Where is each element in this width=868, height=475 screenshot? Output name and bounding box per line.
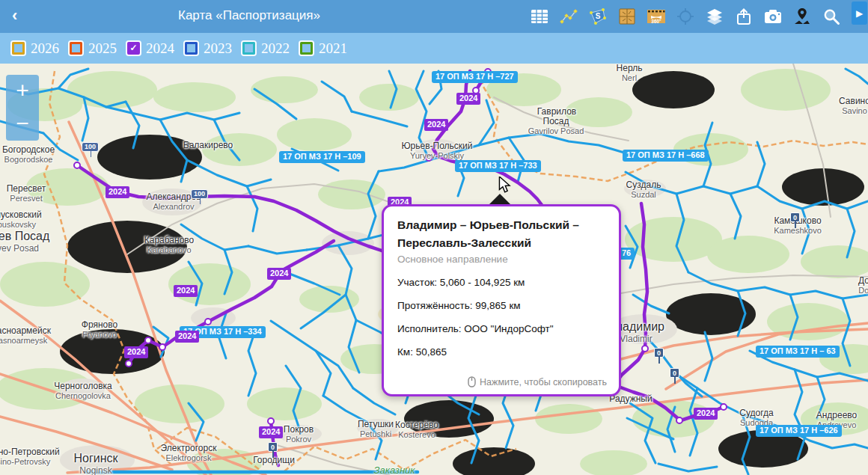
- road-info-popup[interactable]: Владимир – Юрьев-Польский – Переславль-З…: [382, 204, 621, 396]
- zoom-out-button[interactable]: −: [6, 108, 39, 141]
- map-tiles-icon[interactable]: [617, 7, 637, 26]
- layers-icon[interactable]: [705, 7, 724, 26]
- year-label: 2026: [31, 40, 59, 57]
- panorama-360-icon[interactable]: 360°: [647, 7, 666, 26]
- header-toolbar: S 360°: [530, 7, 841, 26]
- popup-copy-hint: Нажмите, чтобы скопировать: [468, 376, 607, 387]
- camera-icon[interactable]: [763, 7, 783, 26]
- popup-row-contractor: Исполнитель: ООО "ИндорСофт": [397, 323, 605, 334]
- map-application-window: 17 ОП МЗ 17 Н –72717 ОП МЗ 17 Н –10917 О…: [0, 0, 868, 475]
- year-filter-2026[interactable]: 2026: [12, 40, 59, 57]
- year-label: 2023: [204, 40, 232, 57]
- panel-toggle-button[interactable]: ▶: [852, 1, 867, 25]
- popup-anchor-arrow: [489, 194, 511, 205]
- svg-text:360°: 360°: [651, 19, 661, 24]
- year-filter-2021[interactable]: 2021: [300, 40, 347, 57]
- checkbox-2021[interactable]: [300, 42, 313, 55]
- year-filter-2025[interactable]: 2025: [70, 40, 117, 57]
- year-filter-2022[interactable]: 2022: [242, 40, 290, 57]
- back-button[interactable]: ‹: [12, 5, 17, 26]
- zoom-in-button[interactable]: +: [6, 75, 39, 108]
- year-filter-bar: 2026 2025 ✓ 2024 2023 2022 2021: [0, 33, 868, 64]
- popup-row-km: Км: 50,865: [397, 346, 605, 358]
- page-title: Карта «Паспортизация»: [178, 8, 320, 23]
- map-location-icon[interactable]: [792, 7, 812, 26]
- year-label: 2021: [319, 40, 347, 57]
- popup-row-length: Протяжённость: 99,865 км: [397, 300, 605, 311]
- app-header: ‹ Карта «Паспортизация» S 360°: [0, 0, 868, 33]
- year-filter-2024[interactable]: ✓ 2024: [127, 40, 174, 57]
- year-label: 2022: [261, 40, 290, 57]
- popup-row-section: Участок: 5,060 - 104,925 км: [397, 277, 605, 288]
- mouse-icon: [468, 376, 476, 387]
- table-icon[interactable]: [530, 7, 549, 26]
- checkbox-2022[interactable]: [242, 42, 255, 55]
- crosshair-icon[interactable]: [676, 7, 695, 26]
- checkbox-2026[interactable]: [12, 42, 25, 55]
- checkbox-2024[interactable]: ✓: [127, 42, 140, 55]
- checkbox-2023[interactable]: [185, 42, 198, 55]
- popup-subtitle: Основное направление: [397, 254, 605, 265]
- svg-text:S: S: [596, 12, 601, 20]
- export-icon[interactable]: [734, 7, 754, 26]
- year-label: 2025: [88, 40, 117, 57]
- zoom-control: + −: [6, 75, 39, 141]
- polygon-select-icon[interactable]: S: [588, 7, 608, 26]
- year-label: 2024: [146, 40, 174, 57]
- checkbox-2025[interactable]: [70, 42, 82, 55]
- popup-title: Владимир – Юрьев-Польский – Переславль-З…: [397, 216, 605, 252]
- year-filter-2023[interactable]: 2023: [185, 40, 232, 57]
- measure-polyline-icon[interactable]: [559, 7, 578, 26]
- search-icon[interactable]: [822, 7, 841, 26]
- nature-reserve-label: Заказник: [374, 465, 415, 475]
- popup-copy-hint-text: Нажмите, чтобы скопировать: [480, 377, 607, 387]
